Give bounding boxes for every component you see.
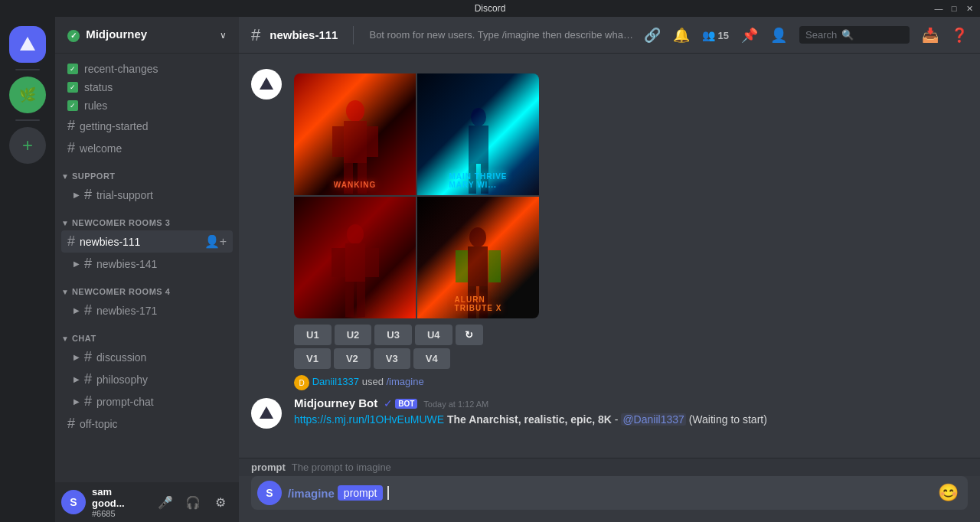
user-area: S sam good... #6685 🎤 🎧 ⚙ [55, 482, 239, 522]
inbox-icon[interactable]: 📥 [922, 27, 939, 44]
svg-rect-3 [367, 126, 378, 157]
dm-icon[interactable]: 👤 [770, 27, 787, 44]
variation-1-button[interactable]: V1 [294, 348, 331, 369]
message-input[interactable] [389, 487, 935, 500]
channel-item-philosophy[interactable]: ▶ # philosophy [67, 368, 233, 390]
chevron-down-icon: ∨ [220, 30, 227, 41]
messages-area[interactable]: WANKING MAIN THRIVEMARY WI... [239, 54, 980, 458]
message-timestamp: Today at 1:12 AM [423, 400, 488, 409]
channel-icon: ✓ [67, 82, 78, 93]
prompt-tooltip: prompt The prompt to imagine [239, 458, 980, 476]
upscale-3-button[interactable]: U3 [374, 325, 412, 345]
image-grid[interactable]: WANKING MAIN THRIVEMARY WI... [294, 73, 539, 318]
hash-icon: # [67, 140, 75, 156]
username: sam good... [92, 486, 147, 509]
title-bar: Discord — □ ✕ [0, 0, 980, 17]
input-avatar: S [257, 481, 282, 505]
settings-button[interactable]: ⚙ [208, 490, 233, 514]
server-icon-midjourney[interactable] [9, 26, 46, 63]
bot-username: Midjourney Bot [294, 396, 377, 409]
pin-icon[interactable]: 📌 [741, 27, 758, 44]
add-server-button[interactable]: + [9, 127, 46, 164]
server-divider-2 [15, 119, 40, 121]
category-newcomer-4[interactable]: ▼ NEWCOMER ROOMS 4 [55, 275, 239, 299]
image-cell-3[interactable] [294, 197, 416, 318]
channel-item-recent-changes[interactable]: ✓ recent-changes [61, 60, 233, 78]
channel-item-discussion[interactable]: ▶ # discussion [67, 346, 233, 368]
server-sidebar: 🌿 + [0, 17, 55, 522]
channel-header: # newbies-111 Bot room for new users. Ty… [239, 17, 980, 54]
hash-icon: # [84, 187, 92, 203]
upscale-1-button[interactable]: U1 [294, 325, 332, 345]
hash-icon: # [67, 233, 75, 250]
notification-icon[interactable]: 🔔 [673, 27, 690, 44]
channel-item-status[interactable]: ✓ status [61, 78, 233, 96]
category-support[interactable]: ▼ SUPPORT [55, 159, 239, 184]
message-input-box[interactable]: S /imagine prompt 😊 [251, 476, 968, 510]
channel-item-newbies-141[interactable]: ▶ # newbies-141 [67, 253, 233, 275]
microphone-button[interactable]: 🎤 [153, 490, 178, 514]
expand-icon: ▶ [74, 353, 80, 361]
svg-point-10 [347, 224, 364, 244]
help-icon[interactable]: ❓ [951, 27, 968, 44]
channel-item-welcome[interactable]: # welcome [61, 137, 233, 159]
server-icon-other[interactable]: 🌿 [9, 77, 46, 113]
server-header[interactable]: ✓ Midjourney ∨ [55, 17, 239, 54]
image-cell-1[interactable]: WANKING [294, 73, 416, 195]
category-newcomer-3[interactable]: ▼ NEWCOMER ROOMS 3 [55, 206, 239, 230]
channel-sidebar: ✓ Midjourney ∨ ✓ recent-changes ✓ status… [55, 17, 239, 522]
hash-icon: # [84, 393, 92, 409]
variation-3-button[interactable]: V3 [374, 348, 410, 369]
server-name: ✓ Midjourney [67, 28, 147, 42]
headphones-button[interactable]: 🎧 [181, 490, 205, 514]
channel-item-getting-started[interactable]: # getting-started [61, 115, 233, 137]
image-cell-4[interactable]: ALURNTRIBUTE X [417, 197, 539, 318]
minimize-button[interactable]: — [934, 4, 943, 13]
channel-icon: ✓ [67, 64, 78, 74]
search-box[interactable]: Search 🔍 [799, 26, 910, 44]
svg-point-0 [346, 100, 364, 122]
close-button[interactable]: ✕ [965, 4, 974, 13]
svg-rect-13 [365, 248, 379, 277]
svg-point-16 [469, 227, 486, 247]
people-icon: 👥 [702, 29, 715, 41]
hash-icon: # [84, 256, 92, 272]
svg-rect-12 [332, 248, 345, 277]
hash-icon: # [84, 371, 92, 387]
channel-item-off-topic[interactable]: # off-topic [61, 413, 233, 435]
maximize-button[interactable]: □ [949, 4, 959, 13]
verified-badge: ✓ BOT [384, 397, 417, 409]
message-group-image: WANKING MAIN THRIVEMARY WI... [239, 66, 980, 370]
variation-4-button[interactable]: V4 [413, 348, 450, 369]
channel-item-rules[interactable]: ✓ rules [61, 96, 233, 115]
threads-icon[interactable]: 🔗 [644, 27, 661, 44]
variation-2-button[interactable]: V2 [334, 348, 371, 369]
category-collapse-icon: ▼ [61, 172, 69, 181]
svg-point-6 [471, 108, 486, 126]
category-collapse-icon: ▼ [61, 334, 69, 343]
channel-item-newbies-111[interactable]: # newbies-111 👤+ [61, 230, 233, 253]
expand-icon: ▶ [74, 397, 80, 406]
prompt-label: prompt [251, 462, 286, 473]
upscale-2-button[interactable]: U2 [335, 325, 372, 345]
category-collapse-icon: ▼ [61, 219, 69, 227]
verified-check-icon: ✓ [384, 397, 393, 409]
verified-icon: ✓ [67, 30, 80, 42]
hash-icon: # [67, 118, 75, 134]
channel-item-newbies-171[interactable]: ▶ # newbies-171 [67, 299, 233, 321]
expand-icon: ▶ [74, 375, 80, 383]
channel-item-prompt-chat[interactable]: ▶ # prompt-chat [67, 390, 233, 413]
refresh-button[interactable]: ↻ [456, 325, 483, 345]
mj-link[interactable]: https://s.mj.run/l1OHvEuMUWE [294, 413, 444, 426]
bot-badge: BOT [395, 399, 417, 409]
emoji-button[interactable]: 😊 [935, 480, 962, 506]
image-cell-2[interactable]: MAIN THRIVEMARY WI... [417, 73, 539, 195]
svg-rect-4 [344, 163, 353, 194]
user-controls: 🎤 🎧 ⚙ [153, 490, 233, 514]
bot-avatar [251, 69, 282, 100]
channel-item-trial-support[interactable]: ▶ # trial-support [67, 184, 233, 206]
upscale-4-button[interactable]: U4 [415, 325, 452, 345]
used-message: D Daniil1337 used /imagine [239, 374, 980, 392]
channel-list: ✓ recent-changes ✓ status ✓ rules # gett… [55, 54, 239, 482]
category-chat[interactable]: ▼ CHAT [55, 321, 239, 346]
